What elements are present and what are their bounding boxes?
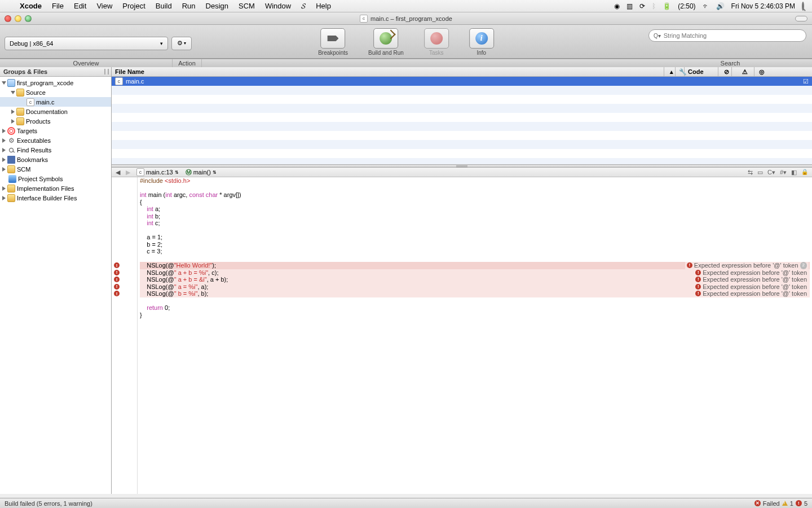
editor-gutter[interactable]: !!!!! xyxy=(112,177,138,494)
disclosure-triangle-icon[interactable] xyxy=(2,81,6,85)
error-inline-badge[interactable]: !Expected expression before '@' token xyxy=(694,269,809,277)
gutter-error-icon[interactable]: ! xyxy=(114,262,120,268)
tree-node[interactable]: Interface Builder Files xyxy=(0,193,111,203)
gutter-error-icon[interactable]: ! xyxy=(114,291,120,296)
bookmarks-button[interactable]: #▾ xyxy=(778,169,788,176)
col-warnings-icon[interactable]: ⚠ xyxy=(732,67,754,76)
code-line[interactable]: int c; xyxy=(140,220,810,227)
file-row[interactable] xyxy=(112,149,812,158)
col-errors-icon[interactable]: ⊘ xyxy=(718,67,732,76)
gutter-error-icon[interactable]: ! xyxy=(114,277,120,282)
menu-file[interactable]: File xyxy=(47,2,69,10)
code-line[interactable]: NSLog(@" b = %i", b);!Expected expressio… xyxy=(140,290,810,297)
code-line[interactable] xyxy=(140,297,810,305)
code-line[interactable]: return 0; xyxy=(140,304,810,312)
code-line[interactable]: NSLog(@"Hello World!");!Expected express… xyxy=(140,262,810,269)
code-line[interactable] xyxy=(140,185,810,192)
function-crumb[interactable]: Ⓜ main() ⇅ xyxy=(183,168,219,177)
tree-node[interactable]: Implementation Files xyxy=(0,183,111,193)
code-line[interactable]: #include <stdio.h> xyxy=(140,177,810,185)
tree-node[interactable]: Products xyxy=(0,116,111,126)
info-button[interactable]: i xyxy=(469,28,494,49)
disclosure-triangle-icon[interactable] xyxy=(2,138,6,143)
nav-fwd-button[interactable]: ▶ xyxy=(124,169,132,176)
tree-node[interactable]: Bookmarks xyxy=(0,155,111,164)
code-editor[interactable]: #include <stdio.h>int main (int argc, co… xyxy=(138,177,812,494)
disclosure-triangle-icon[interactable] xyxy=(2,129,6,133)
file-crumb[interactable]: c main.c:13 ⇅ xyxy=(134,168,181,177)
menu-run[interactable]: Run xyxy=(177,2,201,10)
breakpoints-strip-button[interactable]: ◧ xyxy=(789,169,798,176)
code-line[interactable]: int main (int argc, const char * argv[]) xyxy=(140,191,810,199)
code-line[interactable] xyxy=(140,255,810,262)
file-row[interactable] xyxy=(112,122,812,131)
menu-help[interactable]: Help xyxy=(311,2,336,10)
wifi-icon[interactable]: ᯤ xyxy=(699,2,713,10)
tree-node[interactable]: first_program_xcode xyxy=(0,78,111,87)
file-row[interactable] xyxy=(112,131,812,140)
file-row[interactable] xyxy=(112,113,812,122)
minimize-window-button[interactable] xyxy=(15,15,21,22)
tree-node[interactable]: Find Results xyxy=(0,145,111,155)
code-line[interactable]: NSLog(@" a = %i", a);!Expected expressio… xyxy=(140,283,810,291)
volume-icon[interactable]: 🔊 xyxy=(713,2,728,10)
error-icon[interactable]: ! xyxy=(796,500,802,506)
close-window-button[interactable] xyxy=(5,15,11,22)
col-sort-icon[interactable]: ▴ xyxy=(664,67,676,76)
disclosure-triangle-icon[interactable] xyxy=(2,148,6,152)
code-line[interactable]: b = 2; xyxy=(140,241,810,248)
disclosure-triangle-icon[interactable] xyxy=(2,167,6,172)
code-line[interactable]: NSLog(@" a + b = &i", a + b);!Expected e… xyxy=(140,276,810,283)
disclosure-triangle-icon[interactable] xyxy=(11,91,15,94)
sync-icon[interactable]: ⟳ xyxy=(636,2,648,10)
bluetooth-icon[interactable]: ᛒ xyxy=(648,2,659,10)
build-config-dropdown[interactable]: Debug | x86_64 ▾ xyxy=(5,37,168,50)
code-line[interactable]: c = 3; xyxy=(140,248,810,255)
tree-node[interactable]: Project Symbols xyxy=(0,174,111,183)
menu-build[interactable]: Build xyxy=(151,2,177,10)
disclosure-triangle-icon[interactable] xyxy=(11,119,15,124)
gutter-error-icon[interactable]: ! xyxy=(114,284,120,290)
disclosure-triangle-icon[interactable] xyxy=(11,110,15,114)
disclosure-triangle-icon[interactable] xyxy=(2,157,6,162)
menu-design[interactable]: Design xyxy=(201,2,233,10)
disclosure-triangle-icon[interactable] xyxy=(2,196,6,200)
clock[interactable]: Fri Nov 5 2:46:03 PM xyxy=(728,2,798,10)
menu-window[interactable]: Window xyxy=(260,2,296,10)
search-field[interactable]: Q▾ xyxy=(648,29,806,42)
gutter-error-icon[interactable]: ! xyxy=(114,270,120,275)
action-menu-button[interactable]: ⚙ ▾ xyxy=(171,37,192,50)
col-target-icon[interactable]: ◎ xyxy=(754,67,766,76)
zoom-window-button[interactable] xyxy=(25,15,32,22)
disclosure-triangle-icon[interactable] xyxy=(2,186,6,191)
file-row[interactable] xyxy=(112,140,812,149)
file-list[interactable]: cmain.c☑ xyxy=(112,77,812,164)
code-line[interactable]: { xyxy=(140,199,810,206)
spotlight-icon[interactable] xyxy=(798,2,807,10)
file-row[interactable] xyxy=(112,158,812,164)
nav-back-button[interactable]: ◀ xyxy=(114,169,122,176)
lock-icon[interactable]: 🔒 xyxy=(800,169,810,176)
code-line[interactable] xyxy=(140,227,810,234)
error-inline-badge[interactable]: !Expected expression before '@' token2 xyxy=(685,262,809,269)
app-menu[interactable]: Xcode xyxy=(15,2,47,10)
code-line[interactable]: int b; xyxy=(140,213,810,220)
split-button[interactable]: ▭ xyxy=(756,169,765,176)
menu-view[interactable]: View xyxy=(91,2,117,10)
col-filename[interactable]: File Name xyxy=(112,67,664,76)
code-line[interactable]: NSLog(@" a + b = %i", c);!Expected expre… xyxy=(140,269,810,277)
col-build-icon[interactable]: 🔧 xyxy=(676,67,685,76)
breakpoints-button[interactable] xyxy=(321,28,346,49)
code-line[interactable]: a = 1; xyxy=(140,234,810,241)
file-row[interactable]: cmain.c☑ xyxy=(112,77,812,86)
code-line[interactable]: } xyxy=(140,312,810,319)
tree-node[interactable]: cmain.c xyxy=(0,97,111,107)
menu-edit[interactable]: Edit xyxy=(69,2,91,10)
target-checkbox[interactable]: ☑ xyxy=(803,78,809,85)
file-row[interactable] xyxy=(112,104,812,113)
counterparts-button[interactable]: ⇆ xyxy=(746,169,754,176)
class-browser-button[interactable]: C▾ xyxy=(766,169,777,176)
build-and-run-button[interactable] xyxy=(373,28,398,49)
tree-node[interactable]: ⚙Executables xyxy=(0,135,111,145)
evernote-icon[interactable]: ◉ xyxy=(611,2,623,10)
